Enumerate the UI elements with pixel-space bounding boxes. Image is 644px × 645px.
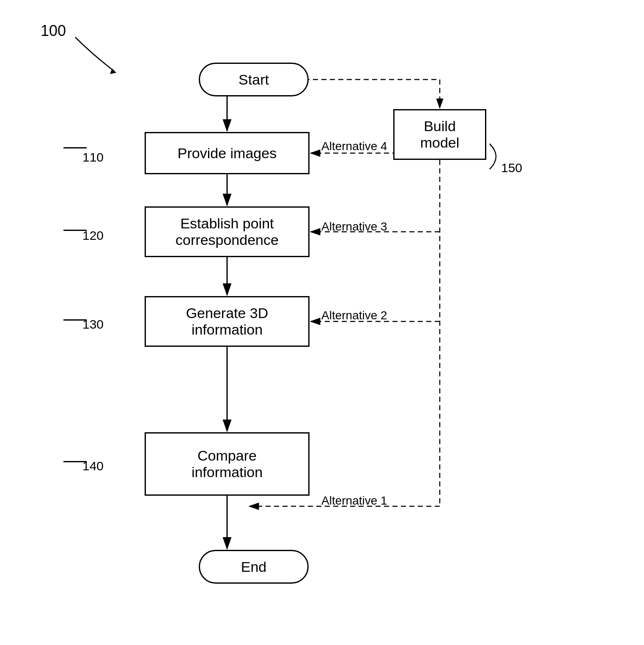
step-130-box: Generate 3D information	[145, 296, 310, 347]
flowchart-diagram: 100	[0, 0, 644, 645]
step-150-text: Build model	[420, 118, 460, 151]
step-120-text: Establish point correspondence	[175, 215, 279, 248]
step-140-box: Compare information	[145, 432, 310, 496]
start-label: Start	[238, 71, 269, 88]
end-node: End	[199, 550, 309, 584]
step-150-box: Build model	[393, 109, 486, 160]
step-130-text: Generate 3D information	[186, 305, 269, 338]
svg-marker-2	[110, 69, 116, 74]
step-110-box: Provide images	[145, 132, 310, 174]
step-120-line	[63, 230, 87, 231]
alt-2-label: Alternative 2	[321, 309, 387, 322]
step-110-line	[63, 147, 87, 148]
end-label: End	[241, 559, 267, 575]
step-130-line	[63, 319, 87, 321]
alt-4-label: Alternative 4	[321, 140, 387, 153]
step-110-label: 110	[82, 150, 104, 165]
step-120-box: Establish point correspondence	[145, 206, 310, 257]
start-node: Start	[199, 63, 309, 96]
step-110-text: Provide images	[178, 145, 277, 162]
alt-1-label: Alternative 1	[321, 494, 387, 508]
diagram-label: 100	[41, 22, 66, 40]
step-140-line	[63, 461, 87, 462]
alt-3-label: Alternative 3	[321, 220, 387, 233]
step-150-arrow	[485, 140, 519, 173]
step-140-text: Compare information	[192, 447, 263, 480]
